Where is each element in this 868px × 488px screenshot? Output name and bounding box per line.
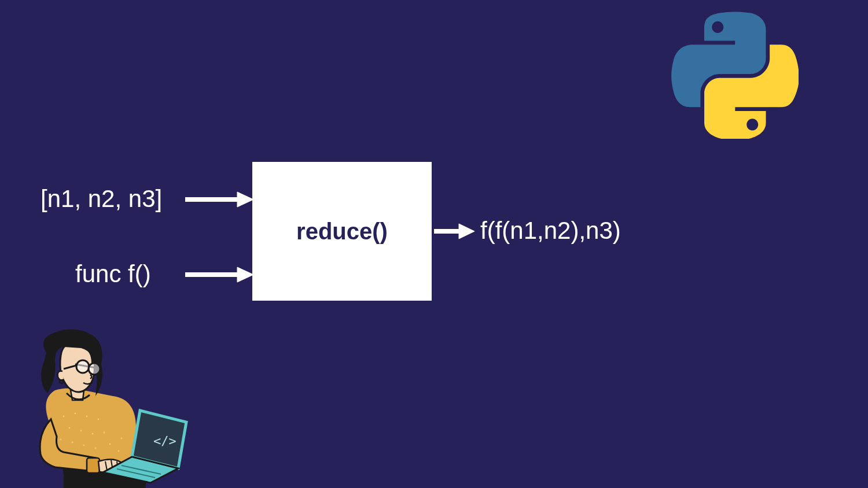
svg-point-18 [109,443,111,445]
svg-marker-5 [459,224,475,239]
svg-point-16 [83,445,85,446]
svg-point-10 [69,427,71,429]
reduce-label: reduce() [296,219,388,245]
svg-point-9 [98,419,100,420]
reduce-box: reduce() [252,162,432,301]
svg-marker-1 [237,192,253,207]
svg-point-11 [80,430,82,432]
arrow-func-to-box [185,266,255,283]
arrow-box-to-output [434,223,475,240]
svg-point-27 [76,360,89,373]
output-label: f(f(n1,n2),n3) [480,217,621,245]
svg-point-12 [92,433,94,435]
input-func-label: func f() [75,260,151,288]
coder-illustration: </> [6,301,191,488]
svg-point-26 [60,380,63,383]
arrow-list-to-box [185,191,255,208]
svg-point-8 [86,416,88,417]
svg-point-6 [63,416,65,417]
svg-point-28 [89,363,100,375]
svg-text:</>: </> [153,434,176,448]
svg-point-17 [95,448,97,449]
svg-point-7 [75,413,76,415]
svg-marker-3 [237,267,253,282]
svg-rect-22 [87,458,100,473]
svg-point-13 [104,432,105,434]
svg-point-19 [121,438,123,439]
input-list-label: [n1, n2, n3] [41,185,162,213]
svg-point-21 [118,450,120,452]
python-logo-icon [671,12,799,141]
svg-point-14 [60,439,62,441]
svg-point-15 [72,442,73,443]
